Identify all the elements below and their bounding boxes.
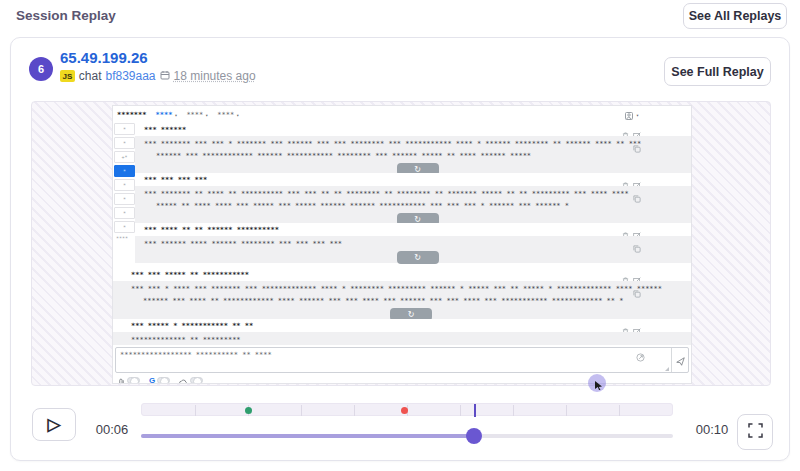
- gutter-cell: *: [114, 123, 135, 135]
- page-title: Session Replay: [16, 8, 116, 23]
- masked-text-line: *** ****** **** ****** ******** *** *** …: [144, 238, 691, 250]
- replayed-gutter: * * +* * * * * * ****: [113, 123, 135, 241]
- share-icon: [636, 347, 645, 366]
- chevron-down-icon: ▾: [174, 112, 177, 118]
- play-button[interactable]: ▷: [32, 408, 76, 441]
- fullscreen-button[interactable]: [737, 414, 773, 450]
- replayed-menu-dropdown: ****▾: [186, 111, 208, 119]
- replay-viewer: ******* ****▾ ****▾ ****▾ ▾ * * +* *: [31, 101, 771, 386]
- gutter-cell: *: [114, 179, 135, 191]
- gutter-cell: *: [114, 207, 135, 219]
- google-toggle: G: [149, 376, 170, 385]
- masked-text-line: ****** *** ************ ****** *********…: [144, 150, 691, 162]
- chevron-down-icon: ▾: [636, 112, 639, 118]
- replayed-model-dropdown: ****▾: [156, 111, 178, 119]
- masked-text-line: ****** *** **** ** ************ **** ***…: [131, 295, 691, 307]
- replayed-chat-app: ******* ****▾ ****▾ ****▾ ▾ * * +* *: [112, 105, 692, 384]
- masked-text-line: ************* ** *********: [131, 334, 691, 346]
- see-all-replays-button[interactable]: See All Replays: [683, 3, 787, 29]
- event-marker-green: [245, 407, 252, 414]
- send-button: [671, 348, 688, 372]
- regenerate-button: ↻: [397, 251, 439, 264]
- masked-heading: *** ***** * *********** ** **: [131, 322, 253, 330]
- chevron-down-icon: ▾: [236, 112, 239, 118]
- gutter-footer-label: ****: [116, 235, 135, 241]
- replayed-composer: ***************** ********** ** ****: [115, 347, 689, 373]
- chevron-down-icon: ▾: [205, 112, 208, 118]
- replay-cursor: [588, 374, 606, 392]
- toggle-switch: [157, 377, 170, 384]
- session-type-label: chat: [79, 69, 102, 83]
- js-sdk-badge: JS: [60, 70, 75, 82]
- chat-message-block: *** **** ** ** ****** ********** *** ***…: [135, 223, 691, 263]
- slider-progress: [141, 434, 474, 438]
- gutter-cell: *: [114, 137, 135, 149]
- copy-icon: [633, 238, 641, 257]
- replayed-chat-body: * * +* * * * * * **** *** ******: [113, 123, 691, 384]
- seek-slider[interactable]: [141, 428, 673, 444]
- masked-text-line: ***** ** **** **** *** ***** *** ***** *…: [144, 200, 691, 212]
- playhead-marker: [474, 404, 476, 417]
- fullscreen-icon: [748, 423, 763, 441]
- cursor-arrow-icon: [595, 381, 603, 390]
- current-time: 00:06: [87, 422, 137, 437]
- paper-plane-icon: [676, 351, 685, 370]
- see-full-replay-button[interactable]: See Full Replay: [664, 57, 771, 86]
- chat-message-block: *** *** ***** ** *********** *** *** * *…: [113, 268, 691, 319]
- toggle-switch: [127, 377, 140, 384]
- gutter-cell: *: [114, 193, 135, 205]
- masked-heading: *** **** ** ** ****** **********: [144, 226, 279, 234]
- masked-text-line: *** ******* *** *** * ******* *** ******…: [144, 138, 691, 150]
- copy-icon: [633, 283, 641, 302]
- google-g-icon: G: [149, 376, 155, 385]
- resize-handle: [665, 367, 669, 371]
- session-time-ago: 18 minutes ago: [174, 69, 256, 83]
- gutter-cell: +*: [114, 151, 135, 163]
- masked-heading: *** *** ***** ** ***********: [131, 271, 249, 279]
- chat-message-block: *** ***** * *********** ** ** **********…: [113, 319, 691, 345]
- masked-text-line: *** *** * **** *** ******* *** *********…: [131, 283, 691, 295]
- event-timeline-bar[interactable]: [141, 403, 673, 416]
- calendar-icon: [160, 69, 170, 83]
- session-count-badge: 6: [29, 57, 53, 81]
- chat-message-block: *** ****** *** ******* *** *** * *******…: [135, 123, 691, 173]
- masked-heading: *** *** *** ***: [144, 176, 207, 184]
- session-replay-widget: Session Replay See All Replays 6 65.49.1…: [0, 0, 800, 471]
- composer-masked-text: ***************** ********** ** ****: [116, 348, 671, 372]
- timeline: [141, 403, 673, 445]
- replayed-chat-header: ******* ****▾ ****▾ ****▾ ▾: [113, 106, 691, 123]
- session-meta: JS chat bf839aaa 18 minutes ago: [60, 69, 256, 83]
- total-time: 00:10: [687, 422, 737, 437]
- profile-icon: [625, 105, 633, 124]
- gutter-cell: *: [114, 221, 135, 233]
- chat-message-block: *** *** *** *** *** ******* ** **** ** *…: [135, 173, 691, 223]
- copy-icon: [633, 138, 641, 157]
- gutter-cell-selected: *: [114, 165, 135, 177]
- session-card: 6 65.49.199.26 JS chat bf839aaa 18 minut…: [10, 37, 790, 461]
- session-ip[interactable]: 65.49.199.26: [60, 49, 148, 66]
- replayed-app-logo: *******: [117, 111, 147, 119]
- session-id-link[interactable]: bf839aaa: [105, 69, 155, 83]
- masked-text-line: *** ******* ** **** ** ********** *** **…: [144, 188, 691, 200]
- masked-heading: *** ******: [144, 126, 186, 134]
- slider-thumb[interactable]: [466, 428, 482, 444]
- copy-icon: [633, 188, 641, 207]
- replayed-profile-menu: ▾: [625, 105, 639, 124]
- toggle-switch: [190, 377, 203, 384]
- replayed-menu-dropdown: ****▾: [217, 111, 239, 119]
